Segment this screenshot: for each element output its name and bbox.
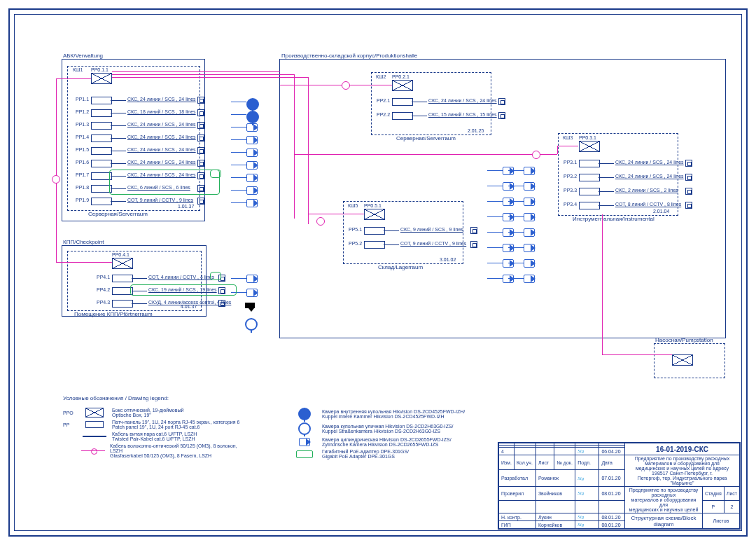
srv2-title: Серверная/Serverraum xyxy=(396,135,456,142)
pp-label: PP4.2 xyxy=(97,287,110,292)
bullet-camera-icon xyxy=(246,275,258,283)
srv2-rack: КШ2 xyxy=(376,74,386,79)
pp-box xyxy=(579,202,600,209)
kpp-roomnum: 4.01.37 xyxy=(181,304,197,309)
pp-box xyxy=(392,112,413,120)
prod-title: Производственно-складской корпус/Produkt… xyxy=(281,53,417,59)
dome-camera-icon xyxy=(246,111,259,123)
sklad-title: Склад/Lagerraum xyxy=(378,264,423,270)
socket-icon xyxy=(218,300,225,307)
pp-wire xyxy=(111,138,126,139)
pp-wire xyxy=(598,191,614,192)
pp-label: PP1.2 xyxy=(76,109,89,114)
pp-box xyxy=(91,122,112,130)
pp-line-label: СОТ, 8 линий / CCTV , 8 lines xyxy=(615,202,681,207)
cam-wire xyxy=(487,232,503,233)
sklad-room xyxy=(343,201,463,264)
fo-node-instr xyxy=(532,151,540,159)
pp-line-label: СКС, 24 линии / SCS , 24 lines xyxy=(428,98,497,103)
cam-wire xyxy=(231,152,246,153)
kpp-title: КПП/Checkpoint xyxy=(63,239,104,245)
d4: 08.01.20 xyxy=(599,521,625,529)
instr-pp0: PP0.3.1 xyxy=(579,135,596,140)
ps3: медицинских и научных целей xyxy=(629,507,699,512)
fo-to-pump-v xyxy=(602,214,603,354)
pp-label: PP1.5 xyxy=(76,147,89,152)
r-izm: Изм. xyxy=(499,455,514,470)
pp-box xyxy=(91,134,112,142)
pp-line-label: СКС, 9 линий / SCS , 9 lines xyxy=(400,227,463,232)
pp-line-label: СКС, 24 линии / SCS , 24 lines xyxy=(127,160,196,165)
c-stadia: Стадия xyxy=(702,487,724,501)
socket-icon xyxy=(197,97,204,104)
c-listov: Листов xyxy=(702,513,739,529)
abk-title: АБК/Verwaltung xyxy=(63,53,103,59)
bullet-camera-icon xyxy=(503,213,514,221)
instr-optic xyxy=(579,141,600,152)
poe-adapter-icon xyxy=(210,272,221,280)
bullet-camera-icon xyxy=(246,289,258,297)
r-gip: ГИП xyxy=(499,521,536,529)
rev: 4 xyxy=(499,448,514,455)
socket-icon xyxy=(685,174,692,181)
bullet-camera-icon xyxy=(524,275,535,283)
socket-icon xyxy=(197,122,204,129)
leg-ppo-icon xyxy=(85,408,104,418)
pp-wire xyxy=(598,163,614,164)
leg-utp-icon xyxy=(83,436,106,437)
r-nk: Н. контр. xyxy=(499,513,536,521)
socket-icon xyxy=(197,109,204,116)
leg-poe-txt: Гигабитный PoE-адаптер DPE-301GS/ Gigabi… xyxy=(322,449,409,459)
pp-wire xyxy=(111,201,126,202)
srv2-pp0: PP0.2.1 xyxy=(392,74,410,79)
pp-label: PP5.2 xyxy=(349,241,362,246)
cam-wire xyxy=(231,278,246,279)
instr-num: 2.01.04 xyxy=(653,209,669,214)
proj3: Петергоф, тер. Индустриального парка "Ма… xyxy=(638,476,727,485)
pp-label: PP4.1 xyxy=(97,275,110,280)
c-list: Лист xyxy=(724,487,739,501)
pp-label: PP3.1 xyxy=(564,160,577,165)
pp-line-label: СКС, 2 линии / SCS , 2 lines xyxy=(615,188,678,193)
poe-adapter-icon xyxy=(130,284,237,296)
fo-left xyxy=(56,78,57,262)
pp-label: PP1.7 xyxy=(76,172,89,177)
cam-wire xyxy=(231,202,246,203)
bullet-camera-icon xyxy=(503,259,514,268)
bullet-camera-icon xyxy=(246,199,258,207)
pp-line-label: СКС, 24 линии / SCS , 24 lines xyxy=(615,174,684,179)
pp-line-label: СКС, 24 линии / SCS , 24 lines xyxy=(127,134,196,139)
pp-label: PP5.1 xyxy=(349,227,362,232)
r-ndoc: № док. xyxy=(554,455,575,470)
abk-pp0-label: PP0.1.1 xyxy=(91,67,108,72)
pp-box xyxy=(364,241,385,249)
instr-title: Инструментальная/Instrumental xyxy=(573,216,654,222)
bullet-camera-icon xyxy=(524,259,535,268)
black-camera-icon xyxy=(245,303,255,308)
cam-wire xyxy=(487,170,503,171)
cam-wire xyxy=(231,114,246,115)
fo-node-sklad xyxy=(316,217,325,226)
r-list: Лист xyxy=(536,455,554,470)
pp-box xyxy=(392,98,413,106)
bullet-camera-icon xyxy=(503,275,514,283)
leg-dome2-txt: Камера купольная уличная Hikvision DS-2C… xyxy=(322,424,454,434)
bullet-camera-icon xyxy=(503,182,514,191)
pp-label: PP1.9 xyxy=(76,198,89,202)
leg-poe-icon xyxy=(296,450,313,458)
bullet-camera-icon xyxy=(246,136,258,144)
bullet-camera-icon xyxy=(524,244,535,252)
fo-to-instr xyxy=(294,154,557,155)
fo-v1 xyxy=(294,74,295,219)
n-nk: Лукин xyxy=(536,513,575,521)
cam-wire xyxy=(231,165,246,165)
poe-adapter-icon xyxy=(210,170,221,178)
pp-box xyxy=(364,227,385,235)
fo-node-left xyxy=(52,175,60,184)
pp-wire xyxy=(598,205,614,206)
bullet-camera-icon xyxy=(524,182,535,191)
ps2: материалов и оборудования для xyxy=(631,497,696,507)
socket-icon xyxy=(685,160,692,167)
bullet-camera-icon xyxy=(503,244,514,252)
bullet-camera-icon xyxy=(246,186,258,195)
